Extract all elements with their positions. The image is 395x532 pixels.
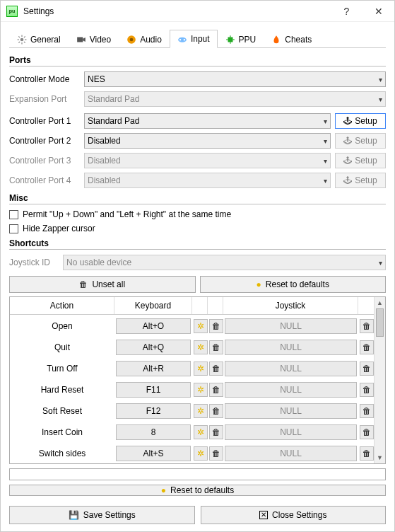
port1-setup-button[interactable]: 🕹 Setup	[335, 113, 386, 129]
clear-joy-button[interactable]: 🗑	[360, 446, 374, 461]
default-icon[interactable]: ✲	[194, 404, 208, 418]
save-icon: 💾	[69, 510, 79, 520]
close-settings-button[interactable]: ✕ Close Settings	[201, 506, 387, 524]
default-icon[interactable]: ✲	[194, 340, 208, 354]
port4-label: Controller Port 4	[9, 175, 80, 185]
hide-zapper-label: Hide Zapper cursor	[23, 224, 95, 233]
tab-input-label: Input	[191, 34, 210, 44]
reset-defaults-button[interactable]: ● Reset to defaults	[200, 276, 387, 293]
clear-joy-button[interactable]: 🗑	[360, 425, 374, 439]
table-body: OpenAlt+O✲🗑NULL🗑QuitAlt+Q✲🗑NULL🗑Turn Off…	[10, 315, 374, 463]
tab-ppu[interactable]: PPU	[218, 30, 264, 48]
close-label: Close Settings	[272, 510, 326, 520]
cell-action: Switch sides	[10, 446, 114, 461]
th-action: Action	[10, 297, 114, 314]
tab-cheats[interactable]: Cheats	[264, 30, 319, 48]
close-window-button[interactable]: ✕	[362, 1, 394, 22]
th-keyboard: Keyboard	[114, 297, 192, 314]
save-settings-button[interactable]: 💾 Save Settings	[9, 506, 195, 524]
svg-line-8	[24, 36, 25, 37]
clear-kbd-button[interactable]: 🗑	[209, 340, 223, 354]
permit-diag-label: Permit "Up + Down" and "Left + Right" at…	[23, 209, 231, 219]
clear-joy-button[interactable]: 🗑	[360, 340, 374, 354]
tab-input[interactable]: Input	[170, 30, 218, 48]
clear-kbd-button[interactable]: 🗑	[209, 383, 223, 397]
tab-general-label: General	[30, 35, 61, 45]
ports-header: Ports	[9, 55, 386, 66]
app-icon: pu	[6, 6, 18, 17]
tab-ppu-label: PPU	[239, 35, 257, 45]
refresh-icon: ●	[161, 485, 166, 495]
joystick-binding-button[interactable]: NULL	[225, 340, 357, 355]
trash-icon: 🗑	[79, 279, 88, 289]
default-icon[interactable]: ✲	[194, 319, 208, 333]
clear-joy-button[interactable]: 🗑	[360, 362, 374, 376]
footer: 💾 Save Settings ✕ Close Settings	[1, 502, 394, 531]
tab-cheats-label: Cheats	[285, 35, 312, 45]
speaker-icon	[126, 35, 136, 45]
port2-select[interactable]: Disabled ▾	[84, 133, 331, 149]
joystick-binding-button[interactable]: NULL	[225, 318, 357, 334]
svg-marker-10	[83, 37, 86, 42]
default-icon[interactable]: ✲	[194, 383, 208, 397]
keyboard-binding-button[interactable]: F11	[116, 382, 191, 398]
unset-all-button[interactable]: 🗑 Unset all	[9, 276, 196, 293]
scroll-thumb[interactable]	[376, 308, 384, 337]
keyboard-binding-button[interactable]: Alt+S	[116, 446, 191, 461]
flame-icon	[271, 35, 281, 45]
cell-action: Soft Reset	[10, 404, 114, 418]
filter-input[interactable]	[9, 468, 386, 480]
clear-joy-button[interactable]: 🗑	[360, 383, 374, 397]
window-title: Settings	[23, 6, 331, 16]
chevron-down-icon: ▾	[379, 76, 382, 83]
tab-video-label: Video	[90, 35, 111, 45]
clear-kbd-button[interactable]: 🗑	[209, 446, 223, 461]
joystick-binding-button[interactable]: NULL	[225, 403, 357, 419]
default-icon[interactable]: ✲	[194, 446, 208, 461]
keyboard-binding-button[interactable]: Alt+R	[116, 361, 191, 376]
expansion-port-value: Standard Pad	[88, 94, 139, 104]
table-row: Hard ResetF11✲🗑NULL🗑	[10, 378, 374, 400]
keyboard-binding-button[interactable]: Alt+Q	[116, 340, 191, 355]
scrollbar[interactable]: ▲ ▼	[374, 297, 385, 463]
cell-action: Turn Off	[10, 362, 114, 376]
clear-kbd-button[interactable]: 🗑	[209, 404, 223, 418]
joystick-binding-button[interactable]: NULL	[225, 446, 357, 461]
permit-diag-checkbox[interactable]	[9, 210, 18, 219]
save-label: Save Settings	[83, 510, 136, 520]
joystick-binding-button[interactable]: NULL	[225, 382, 357, 398]
svg-point-14	[179, 39, 181, 40]
help-button[interactable]: ?	[331, 1, 362, 22]
tab-audio[interactable]: Audio	[119, 30, 170, 48]
keyboard-binding-button[interactable]: Alt+O	[116, 318, 191, 334]
clear-kbd-button[interactable]: 🗑	[209, 319, 223, 333]
keyboard-binding-button[interactable]: F12	[116, 403, 191, 419]
table-row: Turn OffAlt+R✲🗑NULL🗑	[10, 357, 374, 378]
th-joystick: Joystick	[223, 297, 358, 314]
default-icon[interactable]: ✲	[194, 362, 208, 376]
hide-zapper-checkbox[interactable]	[9, 224, 18, 233]
table-row: Soft ResetF12✲🗑NULL🗑	[10, 400, 374, 421]
setup-icon: 🕹	[343, 175, 352, 185]
clear-kbd-button[interactable]: 🗑	[209, 425, 223, 439]
clear-kbd-button[interactable]: 🗑	[209, 362, 223, 376]
tab-video[interactable]: Video	[69, 30, 119, 48]
joystick-binding-button[interactable]: NULL	[225, 424, 357, 440]
keyboard-binding-button[interactable]: 8	[116, 424, 191, 440]
lower-reset-button[interactable]: ● Reset to defaults	[9, 485, 386, 496]
controller-mode-select[interactable]: NES ▾	[84, 71, 386, 87]
clear-joy-button[interactable]: 🗑	[360, 404, 374, 418]
scroll-up-icon[interactable]: ▲	[375, 297, 385, 308]
tab-bar: General Video Audio Input PPU Cheats	[9, 29, 386, 48]
joystick-binding-button[interactable]: NULL	[225, 361, 357, 376]
refresh-icon: ●	[257, 279, 261, 289]
default-icon[interactable]: ✲	[194, 425, 208, 439]
scroll-down-icon[interactable]: ▼	[375, 452, 385, 463]
svg-point-15	[184, 39, 185, 40]
port2-setup-label: Setup	[355, 136, 377, 146]
table-row: Switch sidesAlt+S✲🗑NULL🗑	[10, 442, 374, 463]
port1-select[interactable]: Standard Pad ▾	[84, 113, 331, 129]
tab-general[interactable]: General	[9, 30, 69, 48]
clear-joy-button[interactable]: 🗑	[360, 319, 374, 333]
port3-setup-label: Setup	[355, 156, 377, 166]
